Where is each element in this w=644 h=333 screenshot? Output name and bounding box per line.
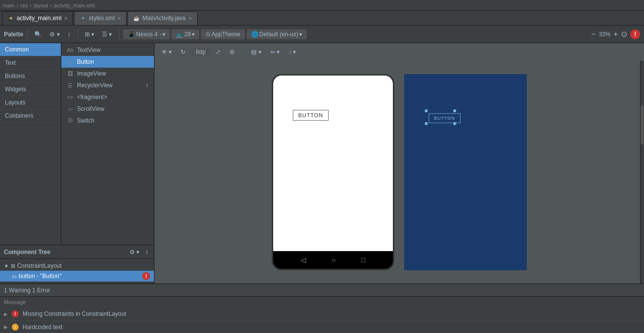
- palette-item-scrollview-label: ScrollView: [77, 105, 104, 112]
- nav-back-button[interactable]: ◁: [301, 256, 306, 264]
- tab-activity-main-label: activity_main.xml: [17, 15, 61, 22]
- theme-list-button[interactable]: ☰ ▾: [99, 29, 115, 39]
- constraint-layout-icon: ⊞: [11, 263, 15, 269]
- canvas-content: BUTTON ◁ ○ □ BUTTON: [262, 64, 537, 280]
- breadcrumb-bar: main › res › layout › activity_main.xml: [0, 0, 644, 11]
- tab-bar: ✦ activity_main.xml ✕ ✦ styles.xml ✕ ☕ M…: [0, 11, 644, 26]
- palette-more-indicator: · · · · ·: [61, 127, 154, 136]
- phone-screen: BUTTON: [273, 76, 393, 251]
- canvas-refresh-button[interactable]: ↻: [178, 47, 188, 57]
- device-selector[interactable]: 📱 Nexus 4 - ▾: [123, 29, 169, 39]
- scrollbar-thumb[interactable]: [641, 105, 644, 145]
- palette-item-recyclerview[interactable]: ☰ RecyclerView ⬇: [61, 79, 154, 91]
- warning-row-label: Hardcoded text: [23, 324, 62, 331]
- crumb-main[interactable]: main: [3, 2, 15, 8]
- phone-preview: BUTTON ◁ ○ □: [272, 74, 394, 270]
- zoom-fit-button[interactable]: ⊙: [621, 29, 627, 39]
- palette-item-fragment[interactable]: <> <fragment>: [61, 91, 154, 103]
- palette-label-section: Palette: [4, 31, 23, 38]
- palette-cat-text[interactable]: Text: [0, 56, 61, 70]
- error-row-label: Missing Constraints in ConstraintLayout: [23, 310, 126, 317]
- status-row-warning[interactable]: ▶ ! Hardcoded text: [0, 320, 644, 333]
- handle-bl[interactable]: [425, 122, 428, 125]
- toolbar-divider-2: [77, 29, 78, 39]
- nav-home-button[interactable]: ○: [332, 256, 335, 264]
- zoom-out-button[interactable]: −: [591, 30, 595, 39]
- scrollview-icon: ▭: [66, 106, 74, 112]
- bottom-status-bar: 1 Warning 1 Error Message ▶ ! Missing Co…: [0, 283, 644, 333]
- sort-button[interactable]: ↕: [65, 29, 74, 39]
- crumb-file[interactable]: activity_main.xml: [54, 2, 95, 8]
- tab-styles-close[interactable]: ✕: [117, 16, 121, 21]
- api-selector[interactable]: 📺 28 ▾: [172, 29, 199, 39]
- tree-item-button-node[interactable]: ▭ button - "Button" !: [0, 271, 154, 282]
- theme-selector[interactable]: ⊙ AppTheme: [201, 29, 245, 39]
- canvas-divider-1: [243, 47, 243, 57]
- locale-selector[interactable]: 🌐 Default (en-us) ▾: [247, 29, 307, 39]
- palette-item-scrollview[interactable]: ▭ ScrollView: [61, 103, 154, 115]
- phone-nav-bar: ◁ ○ □: [273, 251, 393, 269]
- settings-button[interactable]: ⚙ ▾: [47, 29, 62, 39]
- tab-mainactivity-close[interactable]: ✕: [188, 16, 192, 21]
- status-header: 1 Warning 1 Error: [0, 284, 644, 297]
- palette-cat-containers[interactable]: Containers: [0, 109, 61, 123]
- palette-cat-widgets[interactable]: Widgets: [0, 83, 61, 96]
- crumb-layout[interactable]: layout: [33, 2, 48, 8]
- tab-mainactivity-label: MainActivity.java: [142, 15, 185, 22]
- imageview-icon: 🖼: [66, 71, 74, 77]
- tree-error-badge: !: [142, 272, 150, 280]
- canvas-margin-button[interactable]: 8dp: [191, 47, 210, 57]
- orientation-button[interactable]: ⊞ ▾: [82, 29, 97, 39]
- crumb-res[interactable]: res: [21, 2, 28, 8]
- palette-item-recyclerview-label: RecyclerView: [77, 82, 112, 89]
- tab-styles-label: styles.xml: [89, 15, 115, 22]
- canvas-align-v-button[interactable]: ↕ ▾: [285, 47, 299, 57]
- status-row-error[interactable]: ▶ ! Missing Constraints in ConstraintLay…: [0, 307, 644, 320]
- tab-styles[interactable]: ✦ styles.xml ✕: [74, 11, 127, 25]
- blueprint-button-widget[interactable]: BUTTON: [429, 113, 461, 123]
- tree-item-constraint-label: ConstraintLayout: [17, 262, 62, 269]
- canvas-grid-button[interactable]: ▤ ▾: [248, 47, 264, 57]
- palette-item-button[interactable]: ▭ Button: [61, 56, 154, 68]
- designer-toolbar: Palette 🔍 ⚙ ▾ ↕ ⊞ ▾ ☰ ▾ 📱 Nexus 4 - ▾ 📺 …: [0, 26, 644, 43]
- palette-item-fragment-label: <fragment>: [77, 94, 107, 101]
- palette-item-button-label: Button: [77, 58, 94, 65]
- error-icon: !: [12, 310, 19, 317]
- canvas-eye-button[interactable]: 👁 ▾: [158, 47, 175, 57]
- palette-item-textview[interactable]: Ab TextView: [61, 44, 154, 56]
- tab-mainactivity[interactable]: ☕ MainActivity.java ✕: [128, 11, 197, 25]
- component-tree-header: Component Tree ⚙ ▾ ↕: [0, 245, 154, 259]
- palette-item-imageview[interactable]: 🖼 ImageView: [61, 68, 154, 79]
- canvas-resize-button[interactable]: ⤢: [213, 47, 224, 57]
- canvas-align-h-button[interactable]: ⇔ ▾: [267, 47, 283, 57]
- tab-activity-main-close[interactable]: ✕: [64, 16, 68, 21]
- recyclerview-icon: ☰: [66, 82, 74, 89]
- palette-item-switch-label: Switch: [77, 117, 94, 124]
- nav-recents-button[interactable]: □: [361, 256, 365, 264]
- canvas-settings2-button[interactable]: ⚙: [227, 47, 238, 57]
- palette-item-switch[interactable]: ⦿ Switch: [61, 115, 154, 127]
- palette-cat-layouts[interactable]: Layouts: [0, 96, 61, 109]
- palette-cat-buttons[interactable]: Buttons: [0, 70, 61, 83]
- palette-item-imageview-label: ImageView: [77, 70, 106, 77]
- zoom-level: 33%: [599, 31, 611, 38]
- search-button[interactable]: 🔍: [31, 29, 45, 39]
- component-tree-settings[interactable]: ⚙ ▾: [128, 248, 141, 256]
- palette-cat-common[interactable]: Common: [0, 43, 61, 56]
- warning-row-expand[interactable]: ▶: [4, 324, 8, 330]
- component-tree-sort[interactable]: ↕: [143, 248, 150, 256]
- error-badge[interactable]: !: [630, 29, 640, 39]
- tab-activity-main[interactable]: ✦ activity_main.xml ✕: [2, 11, 73, 25]
- xml-icon: ✦: [7, 15, 14, 22]
- phone-button-widget[interactable]: BUTTON: [293, 110, 329, 121]
- error-row-expand[interactable]: ▶: [4, 311, 8, 317]
- tree-item-constraint-layout[interactable]: ▼ ⊞ ConstraintLayout: [0, 261, 154, 271]
- java-icon: ☕: [133, 15, 140, 22]
- zoom-in-button[interactable]: +: [614, 30, 618, 39]
- canvas-scrollbar[interactable]: [640, 61, 644, 283]
- handle-tr[interactable]: [453, 109, 456, 112]
- styles-icon: ✦: [79, 15, 86, 22]
- download-icon[interactable]: ⬇: [145, 82, 149, 89]
- handle-tl[interactable]: [425, 109, 428, 112]
- handle-br[interactable]: [453, 122, 456, 125]
